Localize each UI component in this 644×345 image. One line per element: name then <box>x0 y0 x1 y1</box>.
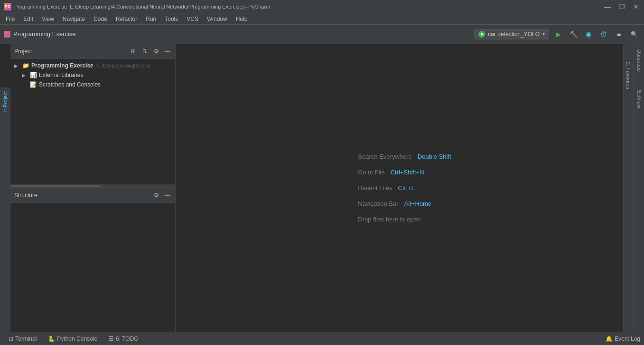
project-panel: Project ⊞ ⇅ ⚙ — ▶ 📁 Programming Exercise… <box>10 44 176 332</box>
toolbar-project-name: Programming Exercise <box>13 30 76 38</box>
menu-item-view[interactable]: View <box>38 15 58 23</box>
right-tab-strip: Database SciView <box>634 44 644 332</box>
event-log-label: Event Log <box>615 335 640 342</box>
structure-panel-header: Structure ⚙ — <box>10 188 175 203</box>
tab-terminal[interactable]: ⊡ Terminal <box>4 334 41 344</box>
hint-goto-file: Go to File Ctrl+Shift+N <box>358 169 424 176</box>
run-configuration-selector[interactable]: ▶ car detection_YOLO ▾ <box>474 29 549 39</box>
tab-todo-label: 6: TODO <box>116 335 139 342</box>
window-title: Programming Exercise [E:\Deep Learning\4… <box>14 4 270 10</box>
close-button[interactable]: ✕ <box>632 3 640 10</box>
sidebar-item-database[interactable]: Database <box>635 46 643 76</box>
project-tree: ▶ 📁 Programming Exercise E:\Deep Learnin… <box>10 59 175 184</box>
search-everywhere-button[interactable]: 🔍 <box>628 28 640 40</box>
structure-close-icon[interactable]: — <box>164 192 171 199</box>
hint-shortcut-goto: Ctrl+Shift+N <box>391 169 424 176</box>
menu-item-vcs[interactable]: VCS <box>183 15 202 23</box>
terminal-icon: ⊡ <box>9 335 13 342</box>
menu-item-tools[interactable]: Tools <box>161 15 182 23</box>
structure-settings-icon[interactable]: ⚙ <box>152 192 160 199</box>
favorites-strip: 2: Favorites <box>623 44 634 332</box>
project-tree-section: Project ⊞ ⇅ ⚙ — ▶ 📁 Programming Exercise… <box>10 44 175 188</box>
title-bar-left: PC Programming Exercise [E:\Deep Learnin… <box>4 3 270 10</box>
library-icon: 📊 <box>29 71 37 79</box>
project-panel-header: Project ⊞ ⇅ ⚙ — <box>10 44 175 59</box>
run-config-label: car detection_YOLO <box>488 31 540 38</box>
tree-item-external-libraries[interactable]: ▶ 📊 External Libraries <box>10 70 175 80</box>
menu-item-help[interactable]: Help <box>232 15 252 23</box>
maximize-button[interactable]: ❐ <box>617 3 626 10</box>
hint-label-recent: Recent Files <box>358 184 392 192</box>
hint-shortcut-nav: Alt+Home <box>404 200 431 207</box>
sidebar-item-project[interactable]: 1: Project <box>1 87 9 117</box>
close-panel-icon[interactable]: — <box>164 48 171 55</box>
tab-python-console-label: Python Console <box>57 335 97 342</box>
tree-item-scratches[interactable]: 📝 Scratches and Consoles <box>10 80 175 89</box>
main-content: 1: Project Project ⊞ ⇅ ⚙ — ▶ 📁 Programmi… <box>0 44 644 332</box>
tree-root-label: Programming Exercise <box>31 62 93 69</box>
hint-search-everywhere: Search Everywhere Double Shift <box>358 153 451 160</box>
hint-shortcut-recent: Ctrl+E <box>398 184 415 192</box>
hint-label-drop: Drop files here to open <box>358 216 420 223</box>
event-log-button[interactable]: 🔔 Event Log <box>606 335 640 342</box>
hint-navigation-bar: Navigation Bar Alt+Home <box>358 200 431 207</box>
app-logo: PC <box>4 3 11 10</box>
run-config-dropdown-arrow: ▾ <box>542 31 545 37</box>
menu-item-edit[interactable]: Edit <box>19 15 37 23</box>
left-tab-strip: 1: Project <box>0 87 10 345</box>
menu-item-refactor[interactable]: Refactor <box>112 15 141 23</box>
project-title-toolbar: Programming Exercise <box>4 30 76 38</box>
menu-item-run[interactable]: Run <box>142 15 160 23</box>
minimize-button[interactable]: — <box>603 3 612 10</box>
settings-icon[interactable]: ⚙ <box>152 48 160 55</box>
sidebar-item-favorites[interactable]: 2: Favorites <box>625 58 632 93</box>
run-config-icon: ▶ <box>478 31 485 38</box>
bottom-bar: ⊡ Terminal 🐍 Python Console ☰ 6: TODO 🔔 … <box>0 332 644 345</box>
hint-label-goto: Go to File <box>358 169 384 176</box>
tree-arrow-ext: ▶ <box>22 73 28 78</box>
project-scrollbar[interactable] <box>10 184 175 187</box>
hint-label-nav: Navigation Bar <box>358 200 398 207</box>
menu-item-navigate[interactable]: Navigate <box>59 15 89 23</box>
sidebar-item-sciview[interactable]: SciView <box>635 86 643 112</box>
tree-external-libraries-label: External Libraries <box>39 72 83 78</box>
profile-button[interactable]: ⏱ <box>597 28 610 40</box>
project-panel-title: Project <box>14 48 126 55</box>
hint-shortcut-search: Double Shift <box>418 153 451 160</box>
menu-bar: FileEditViewNavigateCodeRefactorRunTools… <box>0 13 644 25</box>
menu-item-window[interactable]: Window <box>203 15 231 23</box>
tree-expand-arrow: ▶ <box>14 63 20 68</box>
structure-content <box>10 203 175 332</box>
build-button[interactable]: 🔨 <box>567 28 579 40</box>
hint-drop-files: Drop files here to open <box>358 216 420 223</box>
tab-python-console[interactable]: 🐍 Python Console <box>43 334 102 344</box>
python-icon: 🐍 <box>48 335 55 342</box>
tree-root-path: E:\Deep Learning\4.Conv... <box>97 63 154 68</box>
folder-icon: 📁 <box>22 62 29 69</box>
hint-recent-files: Recent Files Ctrl+E <box>358 184 415 192</box>
menu-item-file[interactable]: File <box>2 15 19 23</box>
tab-todo[interactable]: ☰ 6: TODO <box>104 334 143 344</box>
hint-label-search: Search Everywhere <box>358 153 411 160</box>
welcome-hints: Search Everywhere Double Shift Go to Fil… <box>358 153 451 223</box>
scratches-icon: 📝 <box>29 81 37 88</box>
run-button[interactable]: ▶ <box>552 28 564 40</box>
todo-icon: ☰ <box>109 335 114 342</box>
scroll-from-source-icon[interactable]: ⇅ <box>141 48 149 55</box>
run-config-button2[interactable]: ≡ <box>613 28 625 40</box>
editor-area: Search Everywhere Double Shift Go to Fil… <box>176 44 634 332</box>
title-bar-controls: — ❐ ✕ <box>603 3 640 10</box>
tree-scratches-label: Scratches and Consoles <box>39 81 101 88</box>
coverage-button[interactable]: ◉ <box>582 28 595 40</box>
structure-panel: Structure ⚙ — <box>10 188 175 332</box>
project-logo-icon <box>4 31 10 38</box>
structure-panel-title: Structure <box>14 192 149 199</box>
title-bar: PC Programming Exercise [E:\Deep Learnin… <box>0 0 644 13</box>
collapse-all-icon[interactable]: ⊞ <box>130 48 137 55</box>
tab-terminal-label: Terminal <box>15 335 37 342</box>
project-scrollbar-thumb <box>10 185 101 187</box>
tree-item-root[interactable]: ▶ 📁 Programming Exercise E:\Deep Learnin… <box>10 61 175 70</box>
event-log-icon: 🔔 <box>606 335 613 342</box>
menu-item-code[interactable]: Code <box>90 15 111 23</box>
toolbar: Programming Exercise ▶ car detection_YOL… <box>0 25 644 44</box>
